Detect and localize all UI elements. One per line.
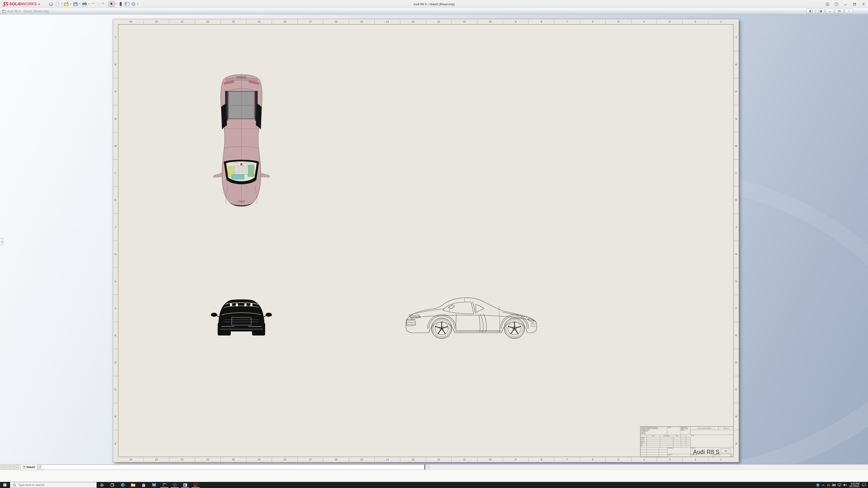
minimize-button[interactable] [841,0,850,8]
zone-column-label: 24 [118,19,144,24]
zone-column-label: 8 [528,457,554,462]
view-stoplight-button[interactable] [118,1,124,7]
task-view-button[interactable] [107,482,118,488]
options-dropdown-arrow[interactable]: ▼ [137,3,138,5]
cortana-button[interactable] [97,482,107,488]
edge-icon [121,483,125,487]
options-button[interactable] [130,1,136,7]
undo-button[interactable] [90,1,97,7]
spare-header-cell [686,435,690,437]
solidworks-taskbar-icon: SW2021 [193,483,198,487]
zone-column-label: 11 [452,457,477,462]
redo-dropdown-arrow[interactable]: ▼ [106,3,108,5]
zone-column-label: 12 [426,19,452,24]
drawing-view-front[interactable] [211,296,272,336]
next-sheet-button[interactable]: › [10,465,14,469]
new-document-button[interactable] [54,1,61,7]
save-dropdown-arrow[interactable]: ▼ [79,3,81,5]
taskbar-window-app-button[interactable] [180,482,190,488]
tray-overflow-chevron[interactable] [820,482,826,488]
redo-button[interactable] [99,1,106,7]
chevron-up-icon [822,484,825,486]
last-sheet-button[interactable]: » [15,465,19,469]
select-tool-button[interactable] [108,1,115,7]
horizontal-scrollbar[interactable] [41,465,424,469]
restore-button[interactable] [850,0,859,8]
file-explorer-icon [131,483,135,487]
solidworks-logo-icon: ƷS [3,1,8,6]
tray-onedrive-button[interactable] [826,482,831,488]
close-button[interactable] [859,0,868,8]
doc-close-button[interactable] [844,9,853,13]
tray-help-button[interactable]: ? [815,482,820,488]
title-cell: TITLE: [690,435,734,447]
taskbar-store-button[interactable] [138,482,149,488]
undo-dropdown-arrow[interactable]: ▼ [97,3,99,5]
action-center-button[interactable] [861,482,867,488]
zone-column-label: 12 [426,457,452,462]
zone-row-label: F [113,295,118,322]
spare-header-cell [681,435,686,437]
taskbar-command-prompt-button[interactable] [159,482,169,488]
toggle-left-pane-button[interactable] [807,9,815,13]
tolerance-notes-cell: UNLESS OTHERWISE SPECIFIED:DIMENSIONS AR… [641,427,667,435]
collapsed-panel-arrow[interactable]: ◂ [0,238,3,245]
minimize-icon [844,3,847,5]
zone-row-label: T [113,24,118,51]
splitter-collapse-arrow[interactable]: ‹ [426,465,430,469]
first-sheet-button[interactable]: « [0,465,5,469]
solidworks-logo-light: WORKS [22,2,37,6]
zone-row-label: R [113,51,118,78]
display-pane-button[interactable] [124,1,130,7]
tray-volume-button[interactable] [842,482,848,488]
cortana-icon [100,483,104,487]
sheet-number-label: SHEET 1 OF 1 [713,454,731,456]
zone-row-label: B [734,403,739,430]
tray-battery-button[interactable] [831,482,837,488]
tray-network-button[interactable] [837,482,842,488]
new-dropdown-arrow[interactable]: ▼ [61,3,63,5]
start-button[interactable] [0,482,10,488]
document-title-text: Audi R8 S - Sheet1 [Read-only] [7,9,49,13]
taskbar-hexagon-app-button[interactable] [169,482,180,488]
print-button[interactable] [81,1,88,7]
taskbar-file-explorer-button[interactable] [128,482,138,488]
drawing-view-top[interactable] [212,73,271,207]
select-dropdown-arrow[interactable]: ▼ [115,3,117,5]
account-button[interactable] [823,0,832,8]
new-document-icon [55,2,59,6]
toggle-right-pane-button[interactable] [816,9,825,13]
taskbar-search[interactable] [10,482,97,488]
open-dropdown-arrow[interactable]: ▼ [70,3,72,5]
open-button[interactable] [63,1,70,7]
graphics-area[interactable]: ◂ 24232221201918171615141312111098765432… [0,14,868,464]
zone-row-label: L [734,159,739,186]
taskbar-search-input[interactable] [18,483,86,487]
help-button[interactable]: ? [832,0,841,8]
sheet-tab-sheet1[interactable]: Sheet1 [20,464,38,470]
drawing-view-side[interactable] [404,294,539,341]
drawing-sheet[interactable]: 242322212019181716151413121110987654321 … [113,19,739,462]
pane-splitter[interactable] [425,464,425,470]
deburr-label: DEBURR AND BREAK SHARP EDGES [680,427,690,431]
date-column-header: DATE [673,435,681,437]
doc-restore-button[interactable] [835,9,844,13]
microsoft-store-icon [142,483,146,487]
drawn-row-label: DRAWN [641,437,647,438]
save-button[interactable] [72,1,79,7]
menu-expand-arrow-icon[interactable]: ▶ [39,3,40,5]
taskbar-clock[interactable]: 4:03 PM 2/17/2021 [849,483,860,488]
doc-minimize-button[interactable] [826,9,834,13]
zone-column-label: 20 [220,19,246,24]
zone-row-label: T [734,24,739,51]
taskbar-solidworks-button[interactable]: SW2021 [190,482,201,488]
finish-label: FINISH: [667,427,680,429]
previous-sheet-button[interactable]: ‹ [5,465,9,469]
print-dropdown-arrow[interactable]: ▼ [88,3,90,5]
taskbar-mail-button[interactable] [149,482,159,488]
zone-column-label: 2 [682,457,708,462]
taskbar-edge-button[interactable] [118,482,128,488]
home-button[interactable] [48,1,54,7]
svg-text:?: ? [817,484,818,486]
finish-cell: FINISH: [667,427,680,435]
